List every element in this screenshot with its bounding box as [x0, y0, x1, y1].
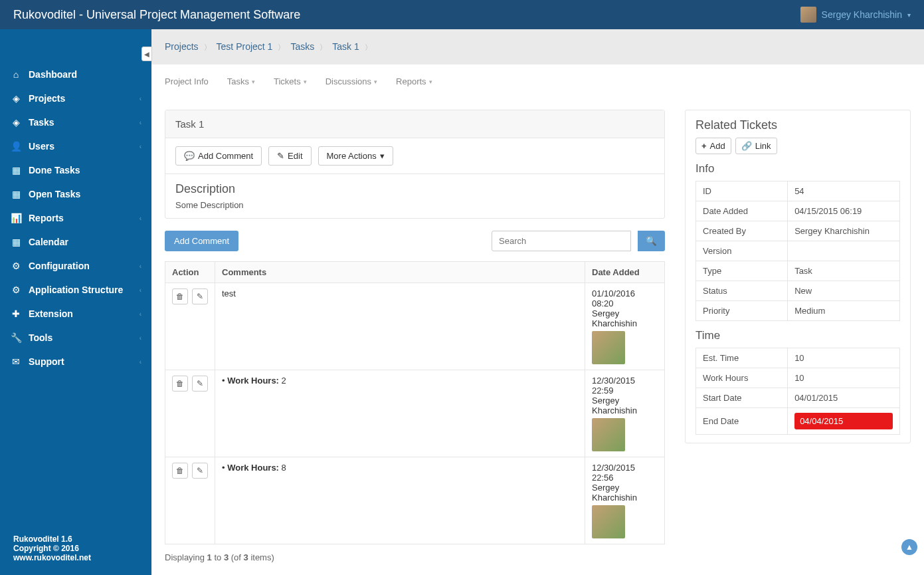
sidebar-item-calendar[interactable]: ▦Calendar	[0, 230, 151, 254]
avatar	[592, 331, 625, 364]
sidebar-item-tasks[interactable]: ◈Tasks‹	[0, 110, 151, 134]
chevron-left-icon: ‹	[139, 287, 141, 294]
tab-discussions[interactable]: Discussions▾	[325, 76, 377, 96]
user-menu[interactable]: Sergey Kharchishin ▾	[800, 7, 911, 23]
info-key: Status	[696, 281, 788, 301]
related-link-button[interactable]: 🔗 Link	[735, 138, 777, 154]
info-heading: Info	[695, 162, 900, 175]
comment-icon: 💬	[184, 151, 195, 161]
sidebar-icon: ⌂	[10, 69, 22, 80]
app-footer: Rukovoditel 1.6 Copyright © 2016 www.ruk…	[0, 524, 151, 575]
footer-copyright: Copyright © 2016	[13, 544, 79, 553]
info-row: ID54	[696, 181, 900, 201]
breadcrumb: Projects〉Test Project 1〉Tasks〉Task 1〉	[151, 29, 924, 64]
sidebar-item-label: Tasks	[29, 117, 139, 128]
sidebar-item-users[interactable]: 👤Users‹	[0, 134, 151, 158]
sidebar-item-label: Reports	[29, 213, 139, 223]
sidebar-item-label: Done Tasks	[29, 165, 141, 175]
chevron-left-icon: ‹	[139, 358, 141, 366]
search-button[interactable]: 🔍	[638, 231, 665, 251]
table-row: 🗑✎• Work Hours: 212/30/2015 22:59Sergey …	[165, 370, 665, 457]
related-add-button[interactable]: + Add	[695, 138, 731, 154]
sidebar-item-tools[interactable]: 🔧Tools‹	[0, 326, 151, 350]
add-comment-main-button[interactable]: Add Comment	[165, 231, 238, 251]
edit-button[interactable]: ✎	[192, 288, 208, 304]
tab-project-info[interactable]: Project Info	[165, 76, 209, 96]
sidebar-item-application-structure[interactable]: ⚙Application Structure‹	[0, 278, 151, 302]
info-row: Created BySergey Kharchishin	[696, 221, 900, 241]
sidebar-item-label: Configuration	[29, 261, 139, 271]
footer-link[interactable]: www.rukovoditel.net	[13, 553, 91, 562]
sidebar-item-label: Calendar	[29, 237, 141, 247]
info-row: StatusNew	[696, 281, 900, 301]
chevron-down-icon: ▾	[907, 11, 911, 19]
delete-button[interactable]: 🗑	[172, 463, 188, 479]
comment-text: • Work Hours: 8	[215, 457, 585, 544]
link-icon: 🔗	[741, 141, 752, 151]
chevron-down-icon: ▾	[252, 78, 255, 85]
chevron-left-icon: ‹	[139, 310, 141, 318]
comment-text: • Work Hours: 2	[215, 370, 585, 457]
chevron-right-icon: 〉	[365, 43, 372, 51]
info-key: Created By	[696, 221, 788, 241]
info-key: Version	[696, 241, 788, 261]
search-icon: 🔍	[646, 236, 657, 246]
edit-button[interactable]: ✎	[192, 463, 208, 479]
tab-reports[interactable]: Reports▾	[396, 76, 432, 96]
chevron-left-icon: ‹	[139, 334, 141, 342]
tab-tasks[interactable]: Tasks▾	[227, 76, 255, 96]
info-row: Date Added04/15/2015 06:19	[696, 201, 900, 221]
related-tickets-heading: Related Tickets	[695, 118, 900, 132]
sidebar-icon: ✉	[10, 356, 22, 367]
breadcrumb-item[interactable]: Task 1	[332, 41, 359, 52]
breadcrumb-item[interactable]: Tasks	[290, 41, 314, 52]
user-name: Sergey Kharchishin	[822, 9, 902, 20]
more-actions-button[interactable]: More Actions▾	[318, 146, 393, 166]
sidebar-item-label: Open Tasks	[29, 189, 141, 199]
breadcrumb-item[interactable]: Projects	[165, 41, 199, 52]
sidebar-item-dashboard[interactable]: ⌂Dashboard	[0, 62, 151, 86]
avatar	[592, 505, 625, 538]
sidebar-item-extension[interactable]: ✚Extension‹	[0, 302, 151, 326]
info-value: 04/15/2015 06:19	[788, 201, 900, 221]
sidebar-item-configuration[interactable]: ⚙Configuration‹	[0, 254, 151, 278]
sidebar-item-label: Users	[29, 141, 139, 152]
search-input[interactable]	[492, 231, 631, 251]
task-title: Task 1	[165, 110, 664, 138]
sidebar-collapse-button[interactable]: ◀	[141, 47, 152, 61]
footer-version: Rukovoditel 1.6	[13, 534, 138, 544]
delete-button[interactable]: 🗑	[172, 288, 188, 304]
sidebar-icon: ◈	[10, 117, 22, 128]
info-key: ID	[696, 181, 788, 201]
description-heading: Description	[175, 182, 654, 196]
sidebar-item-projects[interactable]: ◈Projects‹	[0, 86, 151, 110]
info-value: 10	[788, 368, 900, 388]
sidebar-item-done-tasks[interactable]: ▦Done Tasks	[0, 158, 151, 182]
side-panel: Related Tickets + Add 🔗 Link Info ID54Da…	[685, 110, 911, 443]
trash-icon: 🗑	[176, 379, 184, 388]
sidebar-item-support[interactable]: ✉Support‹	[0, 350, 151, 374]
chevron-down-icon: ▾	[374, 78, 377, 85]
comment-meta: 01/10/2016 08:20Sergey Kharchishin	[585, 283, 665, 370]
sidebar-item-reports[interactable]: 📊Reports‹	[0, 206, 151, 230]
chevron-left-icon: ‹	[139, 215, 141, 222]
scroll-top-button[interactable]: ▲	[901, 539, 917, 555]
plus-icon: +	[701, 141, 707, 151]
breadcrumb-item[interactable]: Test Project 1	[217, 41, 273, 52]
edit-button[interactable]: ✎	[192, 376, 208, 392]
tab-tickets[interactable]: Tickets▾	[274, 76, 307, 96]
info-value: Task	[788, 261, 900, 281]
sidebar-item-open-tasks[interactable]: ▦Open Tasks	[0, 182, 151, 206]
edit-icon: ✎	[197, 292, 203, 301]
info-value: 04/01/2015	[788, 388, 900, 408]
edit-icon: ✎	[277, 151, 284, 161]
info-key: Work Hours	[696, 368, 788, 388]
delete-button[interactable]: 🗑	[172, 376, 188, 392]
description-text: Some Description	[175, 200, 654, 210]
chevron-left-icon: ‹	[139, 263, 141, 270]
edit-button[interactable]: ✎Edit	[268, 146, 311, 166]
info-row: End Date04/04/2015	[696, 408, 900, 435]
add-comment-button[interactable]: 💬Add Comment	[175, 146, 262, 166]
info-key: Date Added	[696, 201, 788, 221]
info-row: TypeTask	[696, 261, 900, 281]
